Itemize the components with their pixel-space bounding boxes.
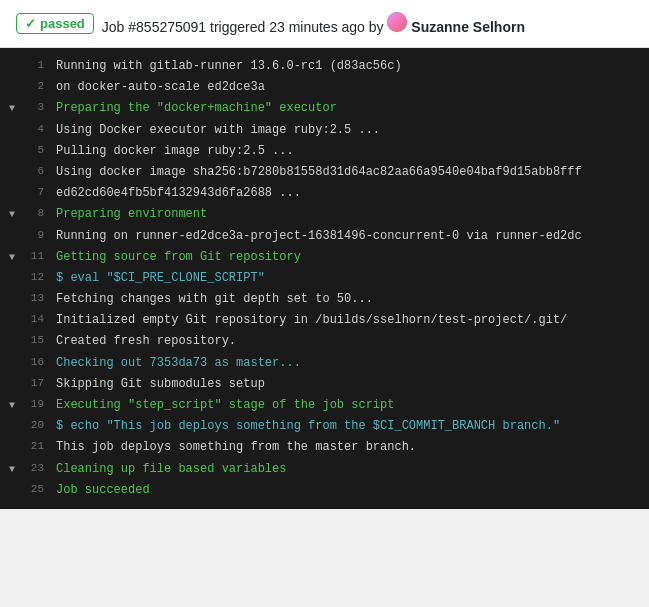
- log-line: 12$ eval "$CI_PRE_CLONE_SCRIPT": [0, 268, 649, 289]
- line-number: 12: [24, 269, 56, 287]
- line-number: 25: [24, 481, 56, 499]
- line-toggle[interactable]: ▼: [0, 248, 24, 267]
- line-toggle: [0, 78, 24, 79]
- line-number: 2: [24, 78, 56, 96]
- line-number: 17: [24, 375, 56, 393]
- line-toggle: [0, 438, 24, 439]
- line-toggle: [0, 184, 24, 185]
- line-toggle: [0, 121, 24, 122]
- line-content: Initialized empty Git repository in /bui…: [56, 311, 649, 330]
- line-toggle: [0, 311, 24, 312]
- header-text: Job #855275091 triggered 23 minutes ago …: [102, 12, 525, 35]
- line-toggle: [0, 269, 24, 270]
- line-number: 20: [24, 417, 56, 435]
- line-content: Executing "step_script" stage of the job…: [56, 396, 649, 415]
- line-content: Job succeeded: [56, 481, 649, 500]
- line-number: 15: [24, 332, 56, 350]
- log-line: 25Job succeeded: [0, 480, 649, 501]
- log-line: ▼19Executing "step_script" stage of the …: [0, 395, 649, 416]
- log-line: 9Running on runner-ed2dce3a-project-1638…: [0, 226, 649, 247]
- log-line: 2 on docker-auto-scale ed2dce3a: [0, 77, 649, 98]
- line-number: 14: [24, 311, 56, 329]
- line-content: Running on runner-ed2dce3a-project-16381…: [56, 227, 649, 246]
- log-line: 13Fetching changes with git depth set to…: [0, 289, 649, 310]
- line-toggle: [0, 375, 24, 376]
- line-content: Using docker image sha256:b7280b81558d31…: [56, 163, 649, 182]
- line-content: $ eval "$CI_PRE_CLONE_SCRIPT": [56, 269, 649, 288]
- line-content: on docker-auto-scale ed2dce3a: [56, 78, 649, 97]
- line-toggle: [0, 417, 24, 418]
- line-content: Fetching changes with git depth set to 5…: [56, 290, 649, 309]
- badge-label: passed: [40, 16, 85, 31]
- chevron-icon[interactable]: ▼: [9, 462, 15, 478]
- line-number: 16: [24, 354, 56, 372]
- line-content: Preparing environment: [56, 205, 649, 224]
- line-content: Running with gitlab-runner 13.6.0-rc1 (d…: [56, 57, 649, 76]
- line-toggle[interactable]: ▼: [0, 99, 24, 118]
- log-line: 6Using docker image sha256:b7280b81558d3…: [0, 162, 649, 183]
- log-line: 21This job deploys something from the ma…: [0, 437, 649, 458]
- log-line: ▼11Getting source from Git repository: [0, 247, 649, 268]
- log-line: 1Running with gitlab-runner 13.6.0-rc1 (…: [0, 56, 649, 77]
- log-line: ▼3Preparing the "docker+machine" executo…: [0, 98, 649, 119]
- log-line: 7 ed62cd60e4fb5bf4132943d6fa2688 ...: [0, 183, 649, 204]
- log-line: 20$ echo "This job deploys something fro…: [0, 416, 649, 437]
- chevron-icon[interactable]: ▼: [9, 101, 15, 117]
- avatar-image: [387, 12, 407, 32]
- line-number: 8: [24, 205, 56, 223]
- line-toggle: [0, 290, 24, 291]
- line-toggle[interactable]: ▼: [0, 396, 24, 415]
- passed-badge: ✓ passed: [16, 13, 94, 34]
- line-number: 5: [24, 142, 56, 160]
- log-line: 4Using Docker executor with image ruby:2…: [0, 120, 649, 141]
- line-content: Cleaning up file based variables: [56, 460, 649, 479]
- line-content: Pulling docker image ruby:2.5 ...: [56, 142, 649, 161]
- line-number: 23: [24, 460, 56, 478]
- line-toggle[interactable]: ▼: [0, 205, 24, 224]
- line-toggle: [0, 163, 24, 164]
- line-toggle[interactable]: ▼: [0, 460, 24, 479]
- line-toggle: [0, 227, 24, 228]
- log-line: 16Checking out 7353da73 as master...: [0, 353, 649, 374]
- terminal-output: 1Running with gitlab-runner 13.6.0-rc1 (…: [0, 48, 649, 509]
- line-content: $ echo "This job deploys something from …: [56, 417, 649, 436]
- line-toggle: [0, 481, 24, 482]
- line-number: 7: [24, 184, 56, 202]
- header: ✓ passed Job #855275091 triggered 23 min…: [0, 0, 649, 48]
- line-number: 21: [24, 438, 56, 456]
- line-number: 9: [24, 227, 56, 245]
- line-toggle: [0, 142, 24, 143]
- check-icon: ✓: [25, 16, 36, 31]
- chevron-icon[interactable]: ▼: [9, 207, 15, 223]
- log-line: ▼23Cleaning up file based variables: [0, 459, 649, 480]
- line-content: Using Docker executor with image ruby:2.…: [56, 121, 649, 140]
- line-number: 6: [24, 163, 56, 181]
- line-toggle: [0, 332, 24, 333]
- log-line: ▼8Preparing environment: [0, 204, 649, 225]
- line-content: Skipping Git submodules setup: [56, 375, 649, 394]
- line-number: 19: [24, 396, 56, 414]
- chevron-icon[interactable]: ▼: [9, 250, 15, 266]
- line-number: 13: [24, 290, 56, 308]
- line-toggle: [0, 354, 24, 355]
- avatar: [387, 12, 407, 32]
- line-content: Preparing the "docker+machine" executor: [56, 99, 649, 118]
- chevron-icon[interactable]: ▼: [9, 398, 15, 414]
- user-name: Suzanne Selhorn: [411, 19, 525, 35]
- line-content: ed62cd60e4fb5bf4132943d6fa2688 ...: [56, 184, 649, 203]
- line-number: 11: [24, 248, 56, 266]
- line-number: 3: [24, 99, 56, 117]
- line-content: This job deploys something from the mast…: [56, 438, 649, 457]
- log-line: 5Pulling docker image ruby:2.5 ...: [0, 141, 649, 162]
- line-content: Checking out 7353da73 as master...: [56, 354, 649, 373]
- log-line: 15Created fresh repository.: [0, 331, 649, 352]
- job-info: Job #855275091 triggered 23 minutes ago …: [102, 19, 384, 35]
- log-line: 14Initialized empty Git repository in /b…: [0, 310, 649, 331]
- line-content: Getting source from Git repository: [56, 248, 649, 267]
- line-number: 1: [24, 57, 56, 75]
- log-line: 17Skipping Git submodules setup: [0, 374, 649, 395]
- line-content: Created fresh repository.: [56, 332, 649, 351]
- line-toggle: [0, 57, 24, 58]
- line-number: 4: [24, 121, 56, 139]
